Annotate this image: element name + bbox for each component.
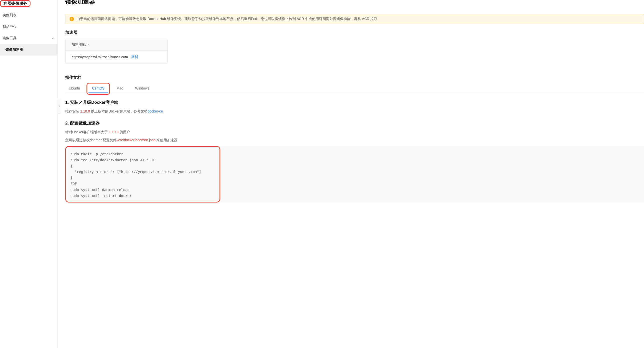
sidebar-item-image-tools[interactable]: 镜像工具 (0, 32, 58, 44)
docker-ce-link[interactable]: docker-ce (148, 109, 163, 113)
doc-section2-title: 2. 配置镜像加速器 (65, 120, 644, 126)
text: 来使用加速器 (156, 138, 178, 142)
sidebar-item-image-accelerator[interactable]: 镜像加速器 (0, 44, 58, 56)
page-title: 镜像加速器 (65, 0, 644, 6)
tab-windows[interactable]: Windows (132, 84, 153, 93)
text: 以上版本的Docker客户端，参考文档 (90, 109, 148, 113)
doc-section2-line1: 针对Docker客户端版本大于 1.10.0 的用户 (65, 130, 644, 134)
tab-mac[interactable]: Mac (113, 84, 126, 93)
codeblock-container: sudo mkdir -p /etc/docker sudo tee /etc/… (65, 146, 644, 202)
sidebar-item-label: 镜像加速器 (6, 48, 23, 52)
version-text: 1.10.0 (109, 130, 118, 134)
accelerator-heading: 加速器 (65, 30, 644, 35)
sidebar-item-label: 镜像工具 (2, 36, 16, 40)
tab-label: Mac (116, 86, 123, 90)
sidebar-item-instances[interactable]: 实例列表 (0, 10, 58, 21)
text: 的用户 (118, 130, 130, 134)
sidebar-item-label: 实例列表 (2, 13, 16, 18)
doc-section1-text: 推荐安装 1.10.0 以上版本的Docker客户端，参考文档docker-ce (65, 109, 644, 114)
accelerator-card-label: 加速器地址 (66, 39, 168, 51)
alert-text: 由于当前运营商网络问题，可能会导致您拉取 Docker Hub 镜像变慢。建议您… (76, 17, 377, 21)
warning-icon: ! (70, 17, 74, 21)
tab-centos[interactable]: CentOS (88, 84, 108, 93)
doc-section1-title: 1. 安装／升级Docker客户端 (65, 100, 644, 105)
doc-section2-line2: 您可以通过修改daemon配置文件 /etc/docker/daemon.jso… (65, 138, 644, 142)
tab-ubuntu[interactable]: Ubuntu (65, 84, 84, 93)
sidebar-collapse-handle[interactable] (58, 99, 61, 114)
sidebar-item-artifacts[interactable]: 制品中心 (0, 21, 58, 32)
tab-label: Ubuntu (69, 86, 80, 90)
text: 针对Docker客户端版本大于 (65, 130, 109, 134)
code-block[interactable]: sudo mkdir -p /etc/docker sudo tee /etc/… (65, 146, 220, 202)
sidebar: 容器镜像服务 实例列表 制品中心 镜像工具 镜像加速器 (0, 0, 58, 348)
text: 推荐安装 (65, 109, 80, 113)
tab-label: CentOS (92, 86, 104, 90)
docs-heading: 操作文档 (65, 75, 644, 80)
accelerator-card: 加速器地址 https://ymqddzvi.mirror.aliyuncs.c… (65, 39, 168, 64)
config-path: /etc/docker/daemon.json (117, 138, 156, 142)
sidebar-item-label: 制品中心 (2, 24, 16, 29)
tab-label: Windows (135, 86, 149, 90)
copy-link[interactable]: 复制 (131, 55, 138, 59)
chevron-up-icon (52, 36, 55, 40)
accelerator-url: https://ymqddzvi.mirror.aliyuncs.com (72, 55, 128, 59)
alert-banner: ! 由于当前运营商网络问题，可能会导致您拉取 Docker Hub 镜像变慢。建… (65, 14, 644, 24)
docs-tabs: Ubuntu CentOS Mac Windows (65, 84, 644, 93)
main-content: 镜像加速器 ! 由于当前运营商网络问题，可能会导致您拉取 Docker Hub … (58, 0, 644, 348)
sidebar-title: 容器镜像服务 (0, 0, 30, 7)
text: 您可以通过修改daemon配置文件 (65, 138, 117, 142)
version-text: 1.10.0 (80, 109, 90, 113)
